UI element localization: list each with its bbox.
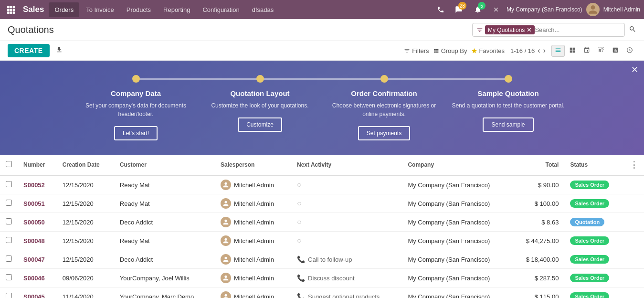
svg-rect-5 [13, 9, 15, 11]
apps-menu-button[interactable] [4, 2, 18, 17]
status-badge: Sales Order [570, 236, 609, 245]
row-customer[interactable]: YourCompany, Joel Willis [114, 269, 215, 287]
salesperson-name: Mitchell Admin [234, 181, 274, 189]
row-customer[interactable]: Deco Addict [114, 213, 215, 232]
row-number[interactable]: S00047 [18, 250, 57, 269]
phone-icon[interactable] [434, 3, 447, 16]
nav-reporting[interactable]: Reporting [158, 2, 196, 17]
row-number[interactable]: S00045 [18, 287, 57, 298]
discuss-badge: 5 [478, 2, 486, 10]
row-date: 11/14/2020 [57, 287, 114, 298]
step-desc-0: Set your company's data for documents he… [79, 101, 193, 118]
step-btn-2[interactable]: Set payments [358, 126, 410, 140]
row-date: 12/15/2020 [57, 194, 114, 213]
step-title-3: Sample Quotation [477, 89, 538, 97]
top-menu: Orders To Invoice Products Reporting Con… [49, 2, 279, 17]
row-customer[interactable]: Deco Addict [114, 250, 215, 269]
row-customer[interactable]: Ready Mat [114, 232, 215, 250]
activity-phone-icon: 📞 [297, 255, 305, 263]
groupby-icon [433, 48, 439, 54]
svg-rect-8 [13, 11, 15, 14]
setup-banner: ✕ Company Data Set your company's data f… [0, 61, 644, 155]
table-row: S00045 11/14/2020 YourCompany, Marc Demo… [0, 287, 644, 298]
row-company: My Company (San Francisco) [402, 250, 512, 269]
search-button[interactable] [629, 25, 636, 34]
search-tag-close[interactable]: ✕ [527, 26, 532, 33]
search-bar[interactable]: My Quotations ✕ [472, 23, 625, 37]
row-checkbox[interactable] [6, 218, 12, 224]
row-number[interactable]: S00046 [18, 269, 57, 287]
view-kanban-button[interactable] [566, 45, 579, 57]
salesperson-avatar [221, 217, 231, 227]
brand-label: Sales [23, 5, 44, 14]
activity-none-icon: ○ [297, 199, 302, 208]
nav-products[interactable]: Products [121, 2, 157, 17]
page-title: Quotations [8, 24, 54, 35]
row-customer[interactable]: Ready Mat [114, 175, 215, 194]
chat-badge: 28 [458, 2, 466, 10]
row-customer[interactable]: Ready Mat [114, 194, 215, 213]
row-salesperson: Mitchell Admin [215, 175, 291, 194]
activity-optional-icon: 📞 [297, 293, 305, 298]
step-desc-1: Customize the look of your quotations. [211, 101, 308, 110]
row-checkbox[interactable] [6, 181, 12, 187]
toolbar-left: CREATE [8, 44, 65, 57]
step-dot-2 [380, 75, 388, 83]
close-icon[interactable] [489, 3, 503, 16]
activity-none-icon: ○ [297, 218, 302, 226]
groupby-button[interactable]: Group By [433, 47, 467, 54]
status-badge: Sales Order [570, 292, 609, 298]
step-title-1: Quotation Layout [230, 89, 289, 97]
view-calendar-button[interactable] [580, 45, 593, 57]
chat-button[interactable]: 28 [451, 2, 466, 17]
favorites-button[interactable]: Favorites [471, 47, 505, 54]
row-date: 12/15/2020 [57, 213, 114, 232]
row-date: 12/15/2020 [57, 232, 114, 250]
row-total: $ 90.00 [512, 175, 564, 194]
step-btn-3[interactable]: Send sample [483, 117, 533, 132]
salesperson-avatar [221, 273, 231, 283]
svg-rect-4 [10, 9, 12, 11]
status-badge: Quotation [570, 218, 604, 226]
column-options-icon[interactable]: ⋮ [630, 160, 638, 170]
nav-orders[interactable]: Orders [49, 2, 79, 17]
th-number: Number [18, 155, 57, 175]
row-checkbox[interactable] [6, 200, 12, 206]
row-number[interactable]: S00048 [18, 232, 57, 250]
nav-to-invoice[interactable]: To Invoice [80, 2, 120, 17]
filters-button[interactable]: Filters [404, 47, 429, 54]
row-activity: 📞Discuss discount [291, 269, 402, 287]
view-graph-button[interactable] [609, 45, 622, 57]
pager-next[interactable]: › [543, 46, 546, 55]
row-checkbox[interactable] [6, 274, 12, 280]
pager-prev[interactable]: ‹ [538, 46, 540, 55]
create-button[interactable]: CREATE [8, 44, 50, 57]
view-clock-button[interactable] [623, 45, 636, 57]
row-number[interactable]: S00051 [18, 194, 57, 213]
nav-dfsadas[interactable]: dfsadas [246, 2, 280, 17]
row-status: Sales Order [564, 250, 624, 269]
step-dot-0 [132, 75, 140, 83]
row-checkbox[interactable] [6, 255, 12, 262]
download-button[interactable] [53, 44, 65, 57]
row-number[interactable]: S00052 [18, 175, 57, 194]
row-customer[interactable]: YourCompany, Marc Demo [114, 287, 215, 298]
row-checkbox[interactable] [6, 293, 12, 298]
discuss-button[interactable]: 5 [470, 2, 486, 17]
row-status: Sales Order [564, 175, 624, 194]
step-btn-1[interactable]: Customize [238, 117, 282, 132]
view-pivot-button[interactable] [594, 45, 608, 57]
nav-configuration[interactable]: Configuration [197, 2, 245, 17]
row-checkbox[interactable] [6, 237, 12, 243]
row-number[interactable]: S00050 [18, 213, 57, 232]
row-company: My Company (San Francisco) [402, 175, 512, 194]
search-input[interactable] [535, 26, 621, 33]
banner-steps: Company Data Set your company's data for… [0, 75, 644, 140]
view-list-button[interactable] [551, 45, 565, 57]
status-badge: Sales Order [570, 181, 609, 189]
avatar[interactable] [586, 3, 600, 16]
topnav: Sales Orders To Invoice Products Reporti… [0, 0, 644, 19]
step-btn-0[interactable]: Let's start! [114, 126, 158, 140]
banner-close-button[interactable]: ✕ [631, 64, 638, 75]
select-all-checkbox[interactable] [6, 161, 12, 167]
